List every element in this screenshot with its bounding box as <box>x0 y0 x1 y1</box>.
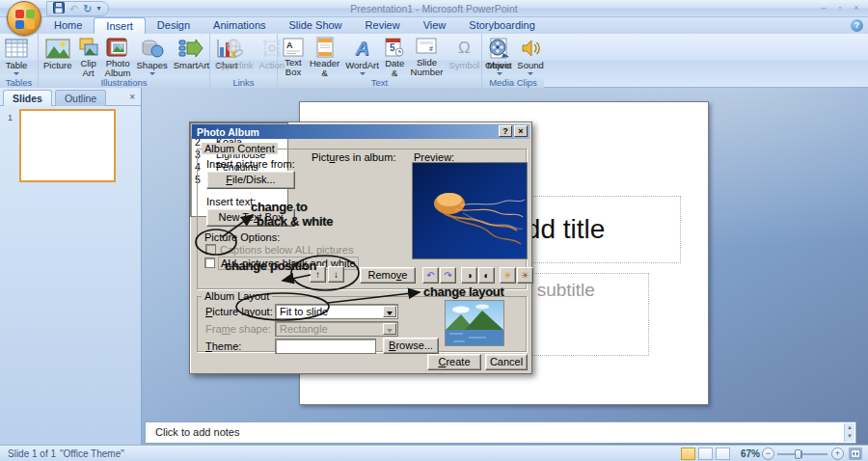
tab-animations[interactable]: Animations <box>202 17 277 34</box>
theme-input[interactable] <box>275 339 376 354</box>
dialog-title-bar[interactable]: Photo Album <box>192 124 529 139</box>
fit-to-window-button[interactable] <box>849 447 862 460</box>
svg-text:A: A <box>286 41 293 50</box>
status-bar: Slide 1 of 1 "Office Theme" 67% − + <box>0 445 868 461</box>
tab-outline[interactable]: Outline <box>55 90 106 106</box>
dropdown-arrow-icon <box>383 323 396 335</box>
zoom-percentage[interactable]: 67% <box>741 448 760 459</box>
text-box-icon: A <box>283 37 304 57</box>
qat-dropdown-icon[interactable]: ▾ <box>96 3 100 14</box>
move-up-button[interactable]: ↑ <box>310 266 326 283</box>
dialog-help-button[interactable]: ? <box>499 125 512 137</box>
black-and-white-checkbox[interactable] <box>204 258 215 268</box>
orb-green-square <box>26 10 35 18</box>
slide-sorter-view-button[interactable] <box>698 447 713 460</box>
redo-icon[interactable]: ↻ <box>83 3 92 14</box>
album-layout-legend: Album Layout <box>202 290 272 302</box>
picture-layout-dropdown[interactable]: Fit to slide <box>275 304 398 319</box>
picture-layout-label: Picture layout: <box>205 306 273 317</box>
tab-design[interactable]: Design <box>146 17 202 34</box>
slides-panel: Slides Outline × 1 <box>0 88 142 445</box>
brightness-up-button[interactable]: ☀ <box>500 267 516 284</box>
slide-show-view-button[interactable] <box>716 447 730 460</box>
layout-preview-image <box>445 300 504 346</box>
date-time-button[interactable]: 5 Date & Time <box>382 35 408 77</box>
tab-slides[interactable]: Slides <box>3 90 52 106</box>
text-box-button[interactable]: A Text Box <box>280 35 307 77</box>
table-button[interactable]: Table <box>2 35 31 77</box>
tab-insert[interactable]: Insert <box>94 17 146 34</box>
group-tables: Table Tables <box>0 34 39 88</box>
group-links: Hyperlink Action Links <box>210 34 278 88</box>
contrast-up-button[interactable]: ◑ <box>461 267 477 284</box>
slide-number-button[interactable]: # Slide Number <box>408 35 447 77</box>
table-dropdown-icon <box>14 72 19 75</box>
picture-button[interactable]: Picture <box>41 35 75 77</box>
contrast-down-button[interactable]: ◐ <box>478 267 495 284</box>
cancel-button[interactable]: Cancel <box>485 354 528 370</box>
header-footer-button[interactable]: Header & Footer <box>307 35 342 77</box>
close-button[interactable]: × <box>849 2 864 14</box>
save-icon[interactable] <box>53 2 65 15</box>
remove-button[interactable]: Remove <box>360 267 416 284</box>
slide-thumbnail[interactable] <box>19 109 116 182</box>
minimize-button[interactable]: – <box>816 2 831 14</box>
group-text: A Text Box Header & Footer A WordArt <box>278 34 482 88</box>
wordart-button[interactable]: A WordArt <box>342 35 382 77</box>
pictures-in-album-label: Pictures in album: <box>312 151 395 163</box>
file-disk-button[interactable]: File/Disk... <box>206 171 295 189</box>
album-content-legend: Album Content <box>202 143 278 154</box>
rotate-right-button[interactable]: ↷ <box>440 267 456 284</box>
create-button[interactable]: Create <box>427 354 481 370</box>
ribbon-tab-row: Home Insert Design Animations Slide Show… <box>0 17 868 34</box>
clip-art-icon <box>78 37 99 58</box>
tab-storyboarding[interactable]: Storyboarding <box>457 17 547 34</box>
new-text-box-button[interactable]: New Text Box <box>206 208 295 227</box>
help-icon[interactable]: ? <box>851 19 863 32</box>
zoom-out-button[interactable]: − <box>762 447 774 460</box>
movie-dropdown-icon <box>497 72 502 75</box>
zoom-slider-thumb[interactable] <box>795 449 801 459</box>
brightness-down-button[interactable]: ☀ <box>517 267 533 284</box>
photo-album-dialog: Photo Album ? × Album Content Insert pic… <box>189 122 532 374</box>
picture-options-label: Picture Options: <box>204 231 280 243</box>
table-icon <box>5 37 28 60</box>
slides-panel-tabs: Slides Outline <box>0 90 141 106</box>
zoom-slider-track[interactable] <box>777 453 827 455</box>
tab-slide-show[interactable]: Slide Show <box>278 17 354 34</box>
zoom-in-button[interactable]: + <box>831 447 844 460</box>
notes-pane[interactable]: Click to add notes ▲ ▼ <box>145 421 856 444</box>
sound-button[interactable]: Sound <box>514 35 546 77</box>
clip-art-button[interactable]: Clip Art <box>75 35 102 77</box>
rotate-left-button[interactable]: ↶ <box>422 267 439 284</box>
notes-scrollbar[interactable]: ▲ ▼ <box>844 423 854 442</box>
scroll-down-icon[interactable]: ▼ <box>845 432 854 441</box>
scroll-up-icon[interactable]: ▲ <box>845 423 854 432</box>
sound-dropdown-icon <box>528 72 533 75</box>
panel-close-icon[interactable]: × <box>129 92 135 102</box>
dialog-close-button[interactable]: × <box>514 125 528 137</box>
orb-red-square <box>15 10 24 18</box>
smartart-button[interactable]: SmartArt <box>171 35 212 77</box>
captions-checkbox <box>205 244 216 255</box>
notes-placeholder: Click to add notes <box>155 426 239 438</box>
insert-picture-from-label: Insert picture from: <box>206 158 295 170</box>
normal-view-button[interactable] <box>681 447 695 460</box>
browse-button[interactable]: Browse... <box>383 338 439 354</box>
captions-checkbox-label: Captions below ALL pictures <box>220 244 353 256</box>
undo-icon[interactable]: ↶ <box>69 3 78 14</box>
shapes-button[interactable]: Shapes <box>134 35 171 77</box>
dropdown-arrow-icon[interactable] <box>383 306 396 317</box>
tab-view[interactable]: View <box>412 17 458 34</box>
office-button[interactable] <box>7 1 41 36</box>
movie-button[interactable]: Movie <box>484 35 514 77</box>
move-down-button[interactable]: ↓ <box>328 266 344 283</box>
slide-thumbnail-number: 1 <box>8 113 13 122</box>
tab-home[interactable]: Home <box>42 17 94 34</box>
photo-album-button[interactable]: Photo Album <box>102 35 134 77</box>
tab-review[interactable]: Review <box>354 17 412 34</box>
group-media-clips: Movie Sound Media Clips <box>482 34 544 88</box>
group-illustrations: Picture Clip Art Photo Album <box>39 34 210 88</box>
maximize-button[interactable]: ▫ <box>832 2 848 14</box>
theme-label: Theme: <box>205 340 241 352</box>
